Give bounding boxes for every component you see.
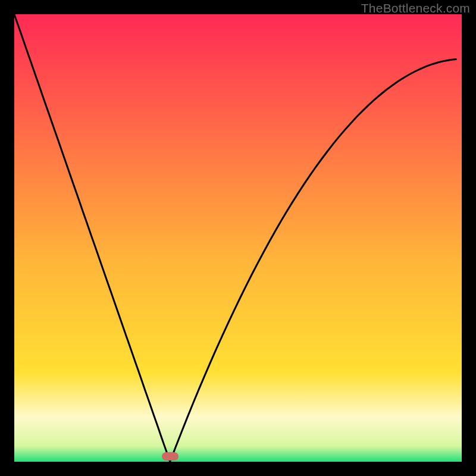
chart-frame: TheBottleneck.com	[0, 0, 476, 476]
watermark-text: TheBottleneck.com	[361, 1, 470, 15]
plot-area	[14, 14, 462, 462]
optimum-marker	[162, 452, 178, 461]
bottleneck-curve	[14, 14, 462, 462]
